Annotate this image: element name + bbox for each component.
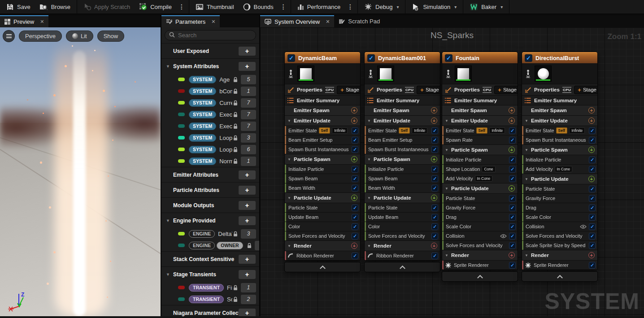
module-row[interactable]: Particle State xyxy=(365,203,440,212)
close-icon[interactable] xyxy=(211,19,215,25)
stack-group-emitter-update[interactable]: Emitter Update xyxy=(442,115,518,126)
module-enabled-checkbox[interactable] xyxy=(509,157,516,163)
module-enabled-checkbox[interactable] xyxy=(431,205,438,211)
module-enabled-checkbox[interactable] xyxy=(352,233,358,240)
section-header-emitter-attributes[interactable]: Emitter Attributes xyxy=(161,167,259,182)
emitter-node-fountain[interactable]: FountainPropertiesCPUStageEmitter Summar… xyxy=(442,52,518,282)
module-row[interactable]: Add VelocityIn Cone xyxy=(442,174,518,183)
more-options-icon[interactable] xyxy=(278,0,289,13)
parameter-row[interactable]: SYSTEMNormal1 xyxy=(161,155,259,167)
add-parameter-button[interactable] xyxy=(239,170,256,179)
module-row[interactable]: Update Beam xyxy=(285,212,360,222)
module-enabled-checkbox[interactable] xyxy=(509,127,516,134)
parameter-row[interactable]: SYSTEMExecuti7 xyxy=(161,109,259,120)
module-enabled-checkbox[interactable] xyxy=(589,137,596,144)
parameter-row[interactable]: SYSTEMAge5 xyxy=(161,74,259,85)
add-module-button[interactable] xyxy=(431,107,437,113)
module-row[interactable]: Solve Forces and Velocity xyxy=(442,240,518,250)
viewport-menu-button[interactable] xyxy=(3,30,15,42)
section-header-module-outputs[interactable]: Module Outputs xyxy=(161,198,259,213)
module-row[interactable]: Emitter StateSelfInfinite xyxy=(365,126,440,135)
more-options-icon[interactable] xyxy=(345,0,356,13)
stack-group-render[interactable]: Render xyxy=(522,250,597,260)
module-enabled-checkbox[interactable] xyxy=(352,205,358,211)
module-row[interactable]: Spawn Burst Instantaneous xyxy=(365,144,440,154)
add-module-button[interactable] xyxy=(588,176,595,182)
stack-group-render[interactable]: Render xyxy=(285,240,360,251)
module-enabled-checkbox[interactable] xyxy=(431,214,438,221)
module-row[interactable]: Particle State xyxy=(522,184,597,193)
module-row[interactable]: Update Beam xyxy=(365,212,440,222)
parameter-row[interactable]: SYSTEMLooped6 xyxy=(161,144,259,155)
emitter-node-header[interactable]: Fountain xyxy=(442,52,518,63)
module-enabled-checkbox[interactable] xyxy=(352,185,358,192)
tab-scratch-pad[interactable]: Scratch Pad xyxy=(334,15,384,27)
stack-group-particle-spawn[interactable]: Particle Spawn xyxy=(442,144,518,155)
module-enabled-checkbox[interactable] xyxy=(589,166,596,173)
emitter-summary-row[interactable]: Emitter Summary xyxy=(442,95,518,105)
stack-group-particle-spawn[interactable]: Particle Spawn xyxy=(522,144,597,155)
parameter-row[interactable]: TRANSIENTScal2 xyxy=(161,293,259,305)
module-row[interactable]: Emitter StateSelfInfinite xyxy=(522,126,597,135)
add-module-button[interactable] xyxy=(351,118,357,124)
module-enabled-checkbox[interactable] xyxy=(589,242,596,249)
module-row[interactable]: Ribbon Renderer xyxy=(285,251,360,260)
stack-group-emitter-spawn[interactable]: Emitter Spawn xyxy=(365,105,440,115)
module-row[interactable]: Sprite Renderer xyxy=(442,260,518,270)
module-row[interactable]: Emitter StateSelfInfinite xyxy=(442,126,518,135)
visibility-eye-icon[interactable] xyxy=(500,234,507,238)
add-stage-button[interactable]: Stage xyxy=(337,86,361,94)
stack-group-emitter-spawn[interactable]: Emitter Spawn xyxy=(522,105,597,115)
add-module-button[interactable] xyxy=(351,156,357,162)
module-row[interactable]: Spawn Beam xyxy=(285,174,360,183)
close-icon[interactable] xyxy=(40,19,44,25)
emitter-thumbnail[interactable] xyxy=(377,65,394,82)
parameter-row[interactable]: TRANSIENTFirst1 xyxy=(161,282,259,293)
module-row[interactable]: Collision xyxy=(522,222,597,231)
more-options-icon[interactable] xyxy=(176,0,187,13)
emitter-thumbnail[interactable] xyxy=(535,65,552,82)
module-row[interactable]: Initialize Particle xyxy=(365,164,440,174)
baker-button[interactable]: Baker xyxy=(465,0,507,13)
module-enabled-checkbox[interactable] xyxy=(352,127,358,134)
module-row[interactable]: Scale Color xyxy=(442,222,518,231)
module-row[interactable]: Emitter StateSelfInfinite xyxy=(285,126,360,135)
emitter-node-header[interactable]: DynamicBeam xyxy=(285,52,360,63)
stack-group-particle-update[interactable]: Particle Update xyxy=(522,174,597,184)
add-module-button[interactable] xyxy=(431,156,437,162)
module-row[interactable]: Particle State xyxy=(442,193,518,203)
stack-group-emitter-update[interactable]: Emitter Update xyxy=(522,115,597,126)
stack-group-emitter-spawn[interactable]: Emitter Spawn xyxy=(442,105,518,115)
module-enabled-checkbox[interactable] xyxy=(431,253,438,259)
module-row[interactable]: Spawn Rate xyxy=(442,135,518,144)
module-row[interactable]: Spawn Beam xyxy=(365,174,440,183)
add-module-button[interactable] xyxy=(431,118,437,124)
compile-button[interactable]: Compile xyxy=(135,0,176,13)
emitter-enabled-checkbox[interactable] xyxy=(367,54,375,62)
parameter-row[interactable]: ENGINEDeltaTir3 xyxy=(161,228,259,240)
properties-row[interactable]: PropertiesCPUStage xyxy=(365,84,440,95)
add-module-button[interactable] xyxy=(509,118,515,124)
section-header-stack-context-sensitive[interactable]: Stack Context Sensitive xyxy=(161,252,259,266)
module-row[interactable]: Gravity Force xyxy=(522,193,597,203)
graph-canvas[interactable]: NS_Sparks Zoom 1:1 SYSTEM DynamicBeamPro… xyxy=(260,27,644,316)
add-parameter-button[interactable] xyxy=(239,62,256,71)
emitter-summary-row[interactable]: Emitter Summary xyxy=(285,95,360,105)
add-module-button[interactable] xyxy=(588,147,595,153)
add-module-button[interactable] xyxy=(509,252,515,258)
module-row[interactable]: Solve Forces and Velocity xyxy=(365,231,440,240)
debug-button[interactable]: Debug xyxy=(360,0,403,13)
performance-button[interactable]: Performance xyxy=(293,0,345,13)
module-enabled-checkbox[interactable] xyxy=(352,166,358,173)
module-enabled-checkbox[interactable] xyxy=(589,195,596,202)
stack-group-render[interactable]: Render xyxy=(442,250,518,260)
module-enabled-checkbox[interactable] xyxy=(509,242,516,249)
stack-group-particle-update[interactable]: Particle Update xyxy=(442,183,518,193)
stack-group-particle-update[interactable]: Particle Update xyxy=(365,192,440,203)
close-icon[interactable] xyxy=(326,19,330,25)
emitter-enabled-checkbox[interactable] xyxy=(445,54,453,62)
add-module-button[interactable] xyxy=(588,118,595,124)
parameter-row[interactable]: ENGINEOWNER2 xyxy=(161,240,259,251)
add-parameter-button[interactable] xyxy=(239,255,256,264)
module-row[interactable]: Ribbon Renderer xyxy=(365,251,440,260)
